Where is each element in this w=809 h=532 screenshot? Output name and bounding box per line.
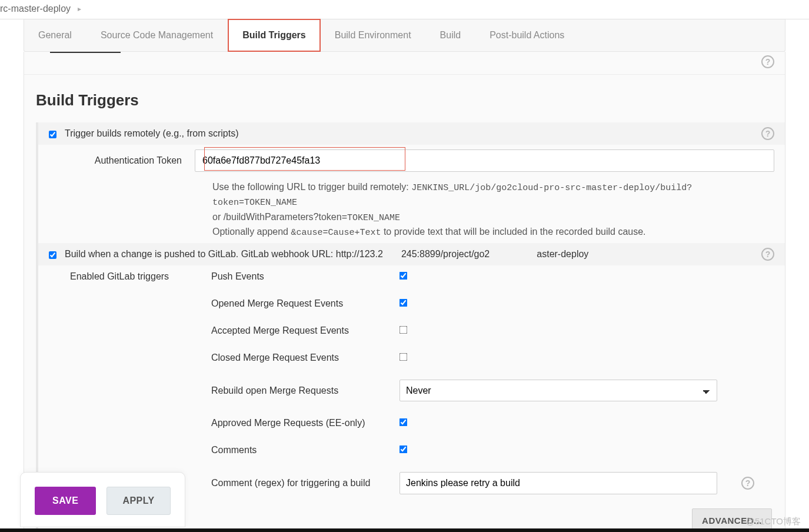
help-icon[interactable]: ? [761,248,774,261]
help-icon[interactable]: ? [741,477,754,490]
tab-scm[interactable]: Source Code Management [86,19,228,51]
tab-general[interactable]: General [24,19,86,51]
select-rebuild-open-mr[interactable]: Never [399,380,717,401]
label-auth-token: Authentication Token [70,155,182,166]
hint-remote-url: Use the following URL to trigger build r… [38,177,785,243]
row-auth-token: Authentication Token [38,145,785,177]
chevron-right-icon: ▸ [78,5,81,13]
checkbox-accepted-mr[interactable] [399,326,408,334]
config-panel: Subversion ? Build Triggers Trigger buil… [24,52,785,532]
label-comment-regex: Comment (regex) for triggering a build [211,478,399,488]
label-trigger-remotely: Trigger builds remotely (e.g., from scri… [65,128,238,139]
footer-actions: SAVE APPLY [20,472,185,527]
input-comment-regex[interactable] [399,472,717,494]
row-trigger-remotely: Trigger builds remotely (e.g., from scri… [38,122,785,145]
apply-button[interactable]: APPLY [106,487,170,515]
config-tabs: General Source Code Management Build Tri… [24,19,785,52]
section-title: Build Triggers [24,75,785,122]
label-closed-mr: Closed Merge Request Events [211,353,399,363]
label-push-events: Push Events [211,271,399,282]
tab-build[interactable]: Build [426,19,476,51]
label-accepted-mr: Accepted Merge Request Events [211,325,399,336]
checkbox-push-events[interactable] [399,272,408,280]
input-auth-token[interactable] [195,149,774,172]
label-enabled-gitlab-triggers: Enabled GitLab triggers [70,271,211,282]
tab-post-build[interactable]: Post-build Actions [475,19,579,51]
label-opened-mr: Opened Merge Request Events [211,298,399,309]
row-gitlab-push: Build when a change is pushed to GitLab.… [38,243,785,265]
label-approved-mr: Approved Merge Requests (EE-only) [211,418,399,428]
checkbox-trigger-remotely[interactable] [49,131,56,138]
bottom-bar [0,528,809,532]
checkbox-gitlab-push[interactable] [49,251,56,259]
tab-build-environment[interactable]: Build Environment [321,19,426,51]
save-button[interactable]: SAVE [35,487,96,515]
prev-section-cut: Subversion ? [24,52,785,75]
checkbox-closed-mr[interactable] [399,353,408,361]
checkbox-opened-mr[interactable] [399,299,408,307]
label-rebuild-open-mr: Rebuild open Merge Requests [211,385,399,396]
checkbox-comments[interactable] [399,445,408,454]
label-gitlab-push: Build when a change is pushed to GitLab.… [65,249,588,260]
help-icon[interactable]: ? [761,127,774,140]
help-icon[interactable]: ? [761,55,774,68]
checkbox-approved-mr[interactable] [399,418,408,427]
label-comments: Comments [211,445,399,455]
watermark: @51CTO博客 [746,516,801,527]
tab-build-triggers[interactable]: Build Triggers [228,19,321,52]
breadcrumb-item[interactable]: rc-master-deploy [0,4,71,14]
breadcrumb: rc-master-deploy ▸ [0,0,809,19]
